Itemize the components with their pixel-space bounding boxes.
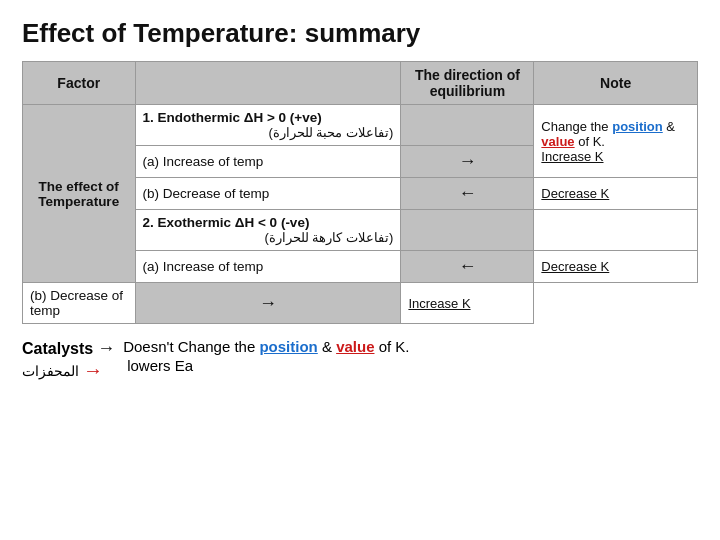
note-decrease-k-1: Decrease K	[534, 178, 698, 210]
arrow-right-icon: →	[97, 338, 115, 359]
exo-decrease-label: (b) Decrease of temp	[23, 283, 136, 324]
note-empty-exo	[534, 210, 698, 251]
header-note: Note	[534, 62, 698, 105]
summary-table: Factor The direction of equilibrium Note…	[22, 61, 698, 324]
header-factor: Factor	[23, 62, 136, 105]
endo-decrease-label: (b) Decrease of temp	[135, 178, 401, 210]
endo-decrease-dir: ←	[401, 178, 534, 210]
catalysts-arabic-line: المحفزات →	[22, 359, 103, 382]
exothermic-dir-empty	[401, 210, 534, 251]
endothermic-header: 1. Endothermic ΔH > 0 (+ve) (تفاعلات محب…	[135, 105, 401, 146]
catalysts-line-1: Catalysts →	[22, 338, 115, 359]
line1-prefix: Doesn't Change the	[123, 338, 259, 355]
page-title: Effect of Temperature: summary	[22, 18, 698, 49]
endo-increase-dir: →	[401, 146, 534, 178]
bottom-text: Doesn't Change the position & value of K…	[123, 338, 409, 374]
line1-middle: &	[318, 338, 336, 355]
note-change: Change the position & value of K. Increa…	[534, 105, 698, 178]
header-content	[135, 62, 401, 105]
effect-text: The effect of Temperature	[38, 179, 119, 209]
bottom-line2: lowers Ea	[123, 357, 409, 374]
endo-increase-label: (a) Increase of temp	[135, 146, 401, 178]
line1-position: position	[259, 338, 317, 355]
bottom-section: Catalysts → المحفزات → Doesn't Change th…	[22, 338, 698, 382]
header-direction: The direction of equilibrium	[401, 62, 534, 105]
exo-increase-dir: ←	[401, 251, 534, 283]
effect-label: The effect of Temperature	[23, 105, 136, 283]
line1-suffix: of K.	[374, 338, 409, 355]
endothermic-dir-empty	[401, 105, 534, 146]
catalysts-block: Catalysts → المحفزات →	[22, 338, 115, 382]
line2-text: lowers Ea	[127, 357, 193, 374]
exothermic-header: 2. Exothermic ΔH < 0 (-ve) (تفاعلات كاره…	[135, 210, 401, 251]
exo-decrease-dir: →	[135, 283, 401, 324]
note-increase-k-2: Increase K	[401, 283, 534, 324]
line1-value: value	[336, 338, 374, 355]
note-decrease-k-2: Decrease K	[534, 251, 698, 283]
exo-increase-label: (a) Increase of temp	[135, 251, 401, 283]
bottom-line1: Doesn't Change the position & value of K…	[123, 338, 409, 355]
catalysts-arabic: المحفزات	[22, 363, 79, 379]
arrow-red-icon: →	[83, 359, 103, 382]
catalysts-label: Catalysts	[22, 340, 93, 358]
